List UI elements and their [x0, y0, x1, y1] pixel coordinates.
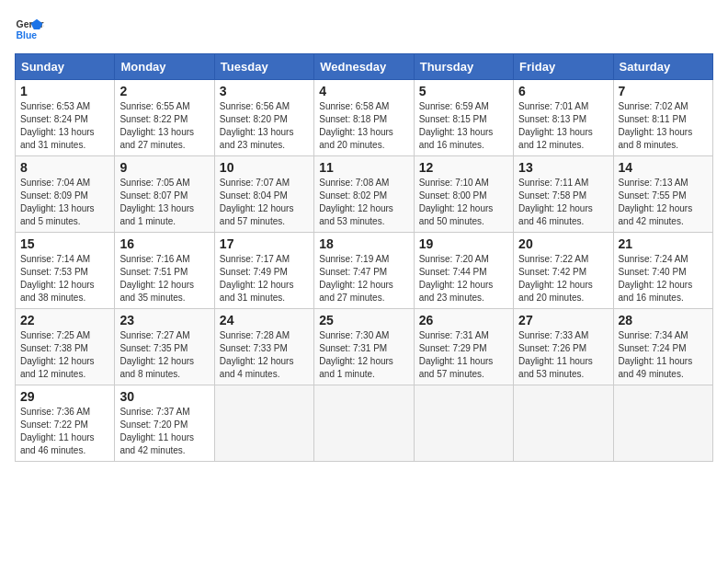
- day-detail: Sunrise: 7:33 AM Sunset: 7:26 PM Dayligh…: [518, 330, 593, 379]
- column-header-thursday: Thursday: [414, 54, 513, 80]
- calendar-week-row: 8Sunrise: 7:04 AM Sunset: 8:09 PM Daylig…: [16, 156, 713, 233]
- day-detail: Sunrise: 7:11 AM Sunset: 7:58 PM Dayligh…: [518, 178, 593, 226]
- header: General Blue: [15, 15, 713, 44]
- calendar-cell: 15Sunrise: 7:14 AM Sunset: 7:53 PM Dayli…: [16, 233, 115, 309]
- day-detail: Sunrise: 7:36 AM Sunset: 7:22 PM Dayligh…: [20, 407, 95, 455]
- calendar-header-row: SundayMondayTuesdayWednesdayThursdayFrid…: [16, 54, 713, 80]
- calendar-cell: [514, 385, 613, 462]
- day-number: 27: [518, 313, 608, 327]
- column-header-saturday: Saturday: [613, 54, 712, 80]
- calendar-cell: 6Sunrise: 7:01 AM Sunset: 8:13 PM Daylig…: [514, 80, 613, 156]
- day-number: 13: [518, 160, 608, 175]
- calendar-cell: 2Sunrise: 6:55 AM Sunset: 8:22 PM Daylig…: [115, 80, 214, 156]
- calendar-cell: 5Sunrise: 6:59 AM Sunset: 8:15 PM Daylig…: [414, 80, 513, 156]
- calendar-cell: 29Sunrise: 7:36 AM Sunset: 7:22 PM Dayli…: [16, 385, 115, 462]
- calendar-cell: 24Sunrise: 7:28 AM Sunset: 7:33 PM Dayli…: [214, 309, 313, 385]
- day-detail: Sunrise: 7:28 AM Sunset: 7:33 PM Dayligh…: [220, 330, 294, 379]
- day-number: 4: [319, 84, 408, 98]
- day-detail: Sunrise: 7:13 AM Sunset: 7:55 PM Dayligh…: [619, 178, 693, 226]
- day-detail: Sunrise: 7:25 AM Sunset: 7:38 PM Dayligh…: [20, 330, 95, 379]
- calendar-cell: 19Sunrise: 7:20 AM Sunset: 7:44 PM Dayli…: [414, 233, 513, 309]
- column-header-friday: Friday: [514, 54, 613, 80]
- day-detail: Sunrise: 7:02 AM Sunset: 8:11 PM Dayligh…: [619, 101, 693, 150]
- calendar-cell: [414, 385, 513, 462]
- logo-icon: General Blue: [15, 15, 44, 44]
- calendar-cell: 20Sunrise: 7:22 AM Sunset: 7:42 PM Dayli…: [514, 233, 613, 309]
- calendar-cell: 11Sunrise: 7:08 AM Sunset: 8:02 PM Dayli…: [314, 156, 414, 233]
- day-number: 17: [220, 236, 309, 251]
- day-number: 16: [119, 236, 209, 251]
- day-detail: Sunrise: 7:04 AM Sunset: 8:09 PM Dayligh…: [20, 178, 95, 226]
- calendar-cell: 16Sunrise: 7:16 AM Sunset: 7:51 PM Dayli…: [115, 233, 214, 309]
- day-detail: Sunrise: 7:22 AM Sunset: 7:42 PM Dayligh…: [518, 254, 593, 303]
- day-number: 3: [220, 84, 309, 98]
- day-detail: Sunrise: 7:14 AM Sunset: 7:53 PM Dayligh…: [20, 254, 95, 303]
- day-number: 1: [20, 84, 109, 98]
- column-header-monday: Monday: [115, 54, 214, 80]
- calendar-week-row: 22Sunrise: 7:25 AM Sunset: 7:38 PM Dayli…: [16, 309, 713, 385]
- day-number: 23: [119, 313, 209, 327]
- calendar-cell: 18Sunrise: 7:19 AM Sunset: 7:47 PM Dayli…: [314, 233, 414, 309]
- calendar-cell: 23Sunrise: 7:27 AM Sunset: 7:35 PM Dayli…: [115, 309, 214, 385]
- calendar-cell: [214, 385, 313, 462]
- day-number: 7: [619, 84, 708, 98]
- day-detail: Sunrise: 7:08 AM Sunset: 8:02 PM Dayligh…: [319, 178, 393, 226]
- day-detail: Sunrise: 7:20 AM Sunset: 7:44 PM Dayligh…: [419, 254, 494, 303]
- calendar-cell: 12Sunrise: 7:10 AM Sunset: 8:00 PM Dayli…: [414, 156, 513, 233]
- calendar-body: 1Sunrise: 6:53 AM Sunset: 8:24 PM Daylig…: [16, 80, 713, 462]
- day-number: 29: [20, 389, 109, 404]
- day-number: 22: [20, 313, 109, 327]
- day-detail: Sunrise: 7:34 AM Sunset: 7:24 PM Dayligh…: [619, 330, 693, 379]
- day-detail: Sunrise: 7:01 AM Sunset: 8:13 PM Dayligh…: [518, 101, 593, 150]
- column-header-tuesday: Tuesday: [214, 54, 313, 80]
- day-detail: Sunrise: 7:24 AM Sunset: 7:40 PM Dayligh…: [619, 254, 693, 303]
- day-number: 15: [20, 236, 109, 251]
- calendar-table: SundayMondayTuesdayWednesdayThursdayFrid…: [15, 53, 713, 462]
- day-number: 28: [619, 313, 708, 327]
- day-detail: Sunrise: 7:17 AM Sunset: 7:49 PM Dayligh…: [220, 254, 294, 303]
- column-header-wednesday: Wednesday: [314, 54, 414, 80]
- calendar-cell: 9Sunrise: 7:05 AM Sunset: 8:07 PM Daylig…: [115, 156, 214, 233]
- calendar-cell: [314, 385, 414, 462]
- day-number: 30: [119, 389, 209, 404]
- day-detail: Sunrise: 6:56 AM Sunset: 8:20 PM Dayligh…: [220, 101, 294, 150]
- calendar-cell: 22Sunrise: 7:25 AM Sunset: 7:38 PM Dayli…: [16, 309, 115, 385]
- day-number: 18: [319, 236, 408, 251]
- day-detail: Sunrise: 6:58 AM Sunset: 8:18 PM Dayligh…: [319, 101, 393, 150]
- calendar-week-row: 29Sunrise: 7:36 AM Sunset: 7:22 PM Dayli…: [16, 385, 713, 462]
- calendar-week-row: 1Sunrise: 6:53 AM Sunset: 8:24 PM Daylig…: [16, 80, 713, 156]
- calendar-week-row: 15Sunrise: 7:14 AM Sunset: 7:53 PM Dayli…: [16, 233, 713, 309]
- calendar-cell: 8Sunrise: 7:04 AM Sunset: 8:09 PM Daylig…: [16, 156, 115, 233]
- day-number: 12: [419, 160, 508, 175]
- calendar-cell: 14Sunrise: 7:13 AM Sunset: 7:55 PM Dayli…: [613, 156, 712, 233]
- day-number: 9: [119, 160, 209, 175]
- day-detail: Sunrise: 6:59 AM Sunset: 8:15 PM Dayligh…: [419, 101, 494, 150]
- calendar-cell: 7Sunrise: 7:02 AM Sunset: 8:11 PM Daylig…: [613, 80, 712, 156]
- day-detail: Sunrise: 7:07 AM Sunset: 8:04 PM Dayligh…: [220, 178, 294, 226]
- calendar-cell: 10Sunrise: 7:07 AM Sunset: 8:04 PM Dayli…: [214, 156, 313, 233]
- calendar-cell: 27Sunrise: 7:33 AM Sunset: 7:26 PM Dayli…: [514, 309, 613, 385]
- day-number: 10: [220, 160, 309, 175]
- calendar-cell: 3Sunrise: 6:56 AM Sunset: 8:20 PM Daylig…: [214, 80, 313, 156]
- day-detail: Sunrise: 6:53 AM Sunset: 8:24 PM Dayligh…: [20, 101, 95, 150]
- day-number: 20: [518, 236, 608, 251]
- day-detail: Sunrise: 6:55 AM Sunset: 8:22 PM Dayligh…: [119, 101, 194, 150]
- day-detail: Sunrise: 7:27 AM Sunset: 7:35 PM Dayligh…: [119, 330, 194, 379]
- day-detail: Sunrise: 7:37 AM Sunset: 7:20 PM Dayligh…: [119, 407, 194, 455]
- day-detail: Sunrise: 7:30 AM Sunset: 7:31 PM Dayligh…: [319, 330, 393, 379]
- day-detail: Sunrise: 7:05 AM Sunset: 8:07 PM Dayligh…: [119, 178, 194, 226]
- calendar-cell: 17Sunrise: 7:17 AM Sunset: 7:49 PM Dayli…: [214, 233, 313, 309]
- day-number: 25: [319, 313, 408, 327]
- day-number: 14: [619, 160, 708, 175]
- day-number: 24: [220, 313, 309, 327]
- day-number: 5: [419, 84, 508, 98]
- column-header-sunday: Sunday: [16, 54, 115, 80]
- day-number: 26: [419, 313, 508, 327]
- day-detail: Sunrise: 7:19 AM Sunset: 7:47 PM Dayligh…: [319, 254, 393, 303]
- calendar-cell: 26Sunrise: 7:31 AM Sunset: 7:29 PM Dayli…: [414, 309, 513, 385]
- day-detail: Sunrise: 7:16 AM Sunset: 7:51 PM Dayligh…: [119, 254, 194, 303]
- calendar-cell: 21Sunrise: 7:24 AM Sunset: 7:40 PM Dayli…: [613, 233, 712, 309]
- day-number: 8: [20, 160, 109, 175]
- day-detail: Sunrise: 7:10 AM Sunset: 8:00 PM Dayligh…: [419, 178, 494, 226]
- day-number: 21: [619, 236, 708, 251]
